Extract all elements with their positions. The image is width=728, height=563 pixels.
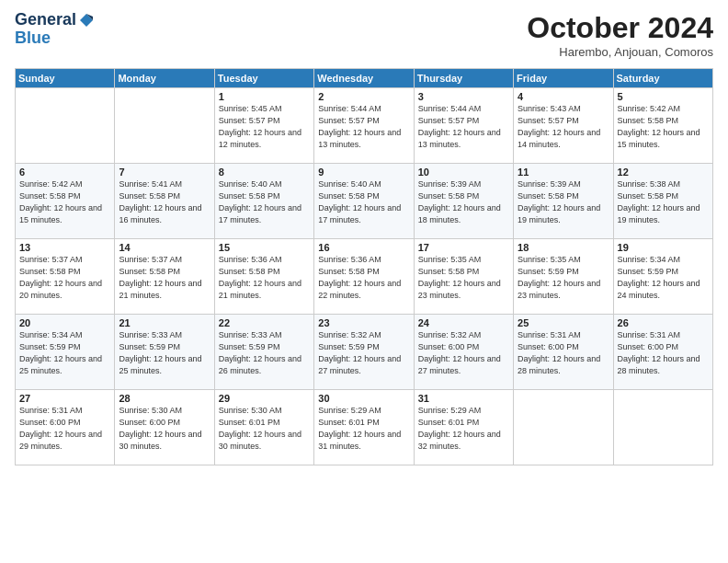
day-number: 14 bbox=[119, 242, 210, 253]
calendar-cell bbox=[115, 88, 214, 164]
day-number: 25 bbox=[518, 317, 609, 328]
day-info: Sunrise: 5:36 AMSunset: 5:58 PMDaylight:… bbox=[318, 254, 409, 302]
day-info: Sunrise: 5:42 AMSunset: 5:58 PMDaylight:… bbox=[618, 103, 709, 151]
day-number: 3 bbox=[418, 91, 509, 102]
day-number: 9 bbox=[318, 167, 409, 178]
calendar-cell: 2Sunrise: 5:44 AMSunset: 5:57 PMDaylight… bbox=[314, 88, 414, 164]
day-number: 5 bbox=[618, 91, 709, 102]
calendar-cell: 3Sunrise: 5:44 AMSunset: 5:57 PMDaylight… bbox=[414, 88, 513, 164]
day-number: 1 bbox=[219, 91, 310, 102]
day-number: 11 bbox=[518, 167, 609, 178]
calendar-cell: 4Sunrise: 5:43 AMSunset: 5:57 PMDaylight… bbox=[514, 88, 613, 164]
calendar-cell: 30Sunrise: 5:29 AMSunset: 6:01 PMDayligh… bbox=[314, 390, 414, 465]
logo-icon bbox=[78, 12, 95, 29]
day-number: 13 bbox=[19, 242, 110, 253]
day-number: 30 bbox=[318, 393, 409, 404]
day-number: 29 bbox=[219, 393, 310, 404]
calendar-cell: 18Sunrise: 5:35 AMSunset: 5:59 PMDayligh… bbox=[514, 239, 613, 315]
day-number: 21 bbox=[119, 317, 210, 328]
weekday-header-saturday: Saturday bbox=[613, 69, 712, 88]
day-number: 19 bbox=[618, 242, 709, 253]
day-info: Sunrise: 5:31 AMSunset: 6:00 PMDaylight:… bbox=[518, 329, 609, 377]
calendar-cell: 12Sunrise: 5:38 AMSunset: 5:58 PMDayligh… bbox=[613, 164, 712, 239]
calendar-cell: 1Sunrise: 5:45 AMSunset: 5:57 PMDaylight… bbox=[214, 88, 313, 164]
calendar-cell: 13Sunrise: 5:37 AMSunset: 5:58 PMDayligh… bbox=[16, 239, 115, 315]
day-info: Sunrise: 5:30 AMSunset: 6:01 PMDaylight:… bbox=[219, 405, 310, 453]
calendar-cell: 14Sunrise: 5:37 AMSunset: 5:58 PMDayligh… bbox=[115, 239, 214, 315]
day-number: 26 bbox=[618, 317, 709, 328]
calendar-cell: 9Sunrise: 5:40 AMSunset: 5:58 PMDaylight… bbox=[314, 164, 414, 239]
day-info: Sunrise: 5:41 AMSunset: 5:58 PMDaylight:… bbox=[119, 178, 210, 226]
day-info: Sunrise: 5:44 AMSunset: 5:57 PMDaylight:… bbox=[418, 103, 509, 151]
day-number: 6 bbox=[19, 167, 110, 178]
day-number: 12 bbox=[618, 167, 709, 178]
day-info: Sunrise: 5:31 AMSunset: 6:00 PMDaylight:… bbox=[618, 329, 709, 377]
weekday-header-row: SundayMondayTuesdayWednesdayThursdayFrid… bbox=[16, 69, 713, 88]
day-info: Sunrise: 5:31 AMSunset: 6:00 PMDaylight:… bbox=[19, 405, 110, 453]
day-info: Sunrise: 5:35 AMSunset: 5:58 PMDaylight:… bbox=[418, 254, 509, 302]
day-info: Sunrise: 5:32 AMSunset: 5:59 PMDaylight:… bbox=[318, 329, 409, 377]
calendar-cell: 19Sunrise: 5:34 AMSunset: 5:59 PMDayligh… bbox=[613, 239, 712, 315]
calendar-cell: 5Sunrise: 5:42 AMSunset: 5:58 PMDaylight… bbox=[613, 88, 712, 164]
calendar-cell: 8Sunrise: 5:40 AMSunset: 5:58 PMDaylight… bbox=[214, 164, 313, 239]
logo-blue: Blue bbox=[15, 29, 51, 48]
day-info: Sunrise: 5:30 AMSunset: 6:00 PMDaylight:… bbox=[119, 405, 210, 453]
weekday-header-thursday: Thursday bbox=[414, 69, 513, 88]
calendar-cell bbox=[514, 390, 613, 465]
day-info: Sunrise: 5:33 AMSunset: 5:59 PMDaylight:… bbox=[219, 329, 310, 377]
calendar-cell: 11Sunrise: 5:39 AMSunset: 5:58 PMDayligh… bbox=[514, 164, 613, 239]
calendar-cell: 15Sunrise: 5:36 AMSunset: 5:58 PMDayligh… bbox=[214, 239, 313, 315]
day-number: 10 bbox=[418, 167, 509, 178]
day-info: Sunrise: 5:29 AMSunset: 6:01 PMDaylight:… bbox=[418, 405, 509, 453]
week-row-2: 6Sunrise: 5:42 AMSunset: 5:58 PMDaylight… bbox=[16, 164, 713, 239]
weekday-header-friday: Friday bbox=[514, 69, 613, 88]
weekday-header-sunday: Sunday bbox=[16, 69, 115, 88]
month-title: October 2024 bbox=[527, 11, 713, 45]
day-info: Sunrise: 5:38 AMSunset: 5:58 PMDaylight:… bbox=[618, 178, 709, 226]
calendar-cell: 10Sunrise: 5:39 AMSunset: 5:58 PMDayligh… bbox=[414, 164, 513, 239]
day-number: 31 bbox=[418, 393, 509, 404]
day-number: 27 bbox=[19, 393, 110, 404]
calendar-cell: 24Sunrise: 5:32 AMSunset: 6:00 PMDayligh… bbox=[414, 315, 513, 390]
day-info: Sunrise: 5:42 AMSunset: 5:58 PMDaylight:… bbox=[19, 178, 110, 226]
day-info: Sunrise: 5:40 AMSunset: 5:58 PMDaylight:… bbox=[318, 178, 409, 226]
calendar-cell: 6Sunrise: 5:42 AMSunset: 5:58 PMDaylight… bbox=[16, 164, 115, 239]
day-info: Sunrise: 5:29 AMSunset: 6:01 PMDaylight:… bbox=[318, 405, 409, 453]
day-number: 22 bbox=[219, 317, 310, 328]
calendar-table: SundayMondayTuesdayWednesdayThursdayFrid… bbox=[15, 68, 713, 465]
day-number: 15 bbox=[219, 242, 310, 253]
calendar-cell: 7Sunrise: 5:41 AMSunset: 5:58 PMDaylight… bbox=[115, 164, 214, 239]
header: General Blue October 2024 Harembo, Anjou… bbox=[15, 11, 713, 59]
svg-marker-0 bbox=[80, 14, 93, 27]
day-info: Sunrise: 5:34 AMSunset: 5:59 PMDaylight:… bbox=[19, 329, 110, 377]
day-number: 24 bbox=[418, 317, 509, 328]
page: General Blue October 2024 Harembo, Anjou… bbox=[0, 0, 728, 563]
day-info: Sunrise: 5:37 AMSunset: 5:58 PMDaylight:… bbox=[119, 254, 210, 302]
day-number: 20 bbox=[19, 317, 110, 328]
subtitle: Harembo, Anjouan, Comoros bbox=[527, 45, 713, 59]
day-info: Sunrise: 5:36 AMSunset: 5:58 PMDaylight:… bbox=[219, 254, 310, 302]
week-row-4: 20Sunrise: 5:34 AMSunset: 5:59 PMDayligh… bbox=[16, 315, 713, 390]
calendar-cell: 16Sunrise: 5:36 AMSunset: 5:58 PMDayligh… bbox=[314, 239, 414, 315]
day-info: Sunrise: 5:34 AMSunset: 5:59 PMDaylight:… bbox=[618, 254, 709, 302]
day-number: 28 bbox=[119, 393, 210, 404]
logo: General Blue bbox=[15, 11, 95, 48]
day-number: 7 bbox=[119, 167, 210, 178]
calendar-cell: 27Sunrise: 5:31 AMSunset: 6:00 PMDayligh… bbox=[16, 390, 115, 465]
calendar-cell: 28Sunrise: 5:30 AMSunset: 6:00 PMDayligh… bbox=[115, 390, 214, 465]
calendar-cell: 21Sunrise: 5:33 AMSunset: 5:59 PMDayligh… bbox=[115, 315, 214, 390]
day-number: 23 bbox=[318, 317, 409, 328]
day-info: Sunrise: 5:44 AMSunset: 5:57 PMDaylight:… bbox=[318, 103, 409, 151]
calendar-cell: 20Sunrise: 5:34 AMSunset: 5:59 PMDayligh… bbox=[16, 315, 115, 390]
week-row-5: 27Sunrise: 5:31 AMSunset: 6:00 PMDayligh… bbox=[16, 390, 713, 465]
calendar-cell: 22Sunrise: 5:33 AMSunset: 5:59 PMDayligh… bbox=[214, 315, 313, 390]
day-number: 16 bbox=[318, 242, 409, 253]
day-number: 8 bbox=[219, 167, 310, 178]
calendar-cell bbox=[16, 88, 115, 164]
day-number: 2 bbox=[318, 91, 409, 102]
title-section: October 2024 Harembo, Anjouan, Comoros bbox=[527, 11, 713, 59]
day-number: 4 bbox=[518, 91, 609, 102]
day-number: 18 bbox=[518, 242, 609, 253]
calendar-cell: 25Sunrise: 5:31 AMSunset: 6:00 PMDayligh… bbox=[514, 315, 613, 390]
day-info: Sunrise: 5:35 AMSunset: 5:59 PMDaylight:… bbox=[518, 254, 609, 302]
